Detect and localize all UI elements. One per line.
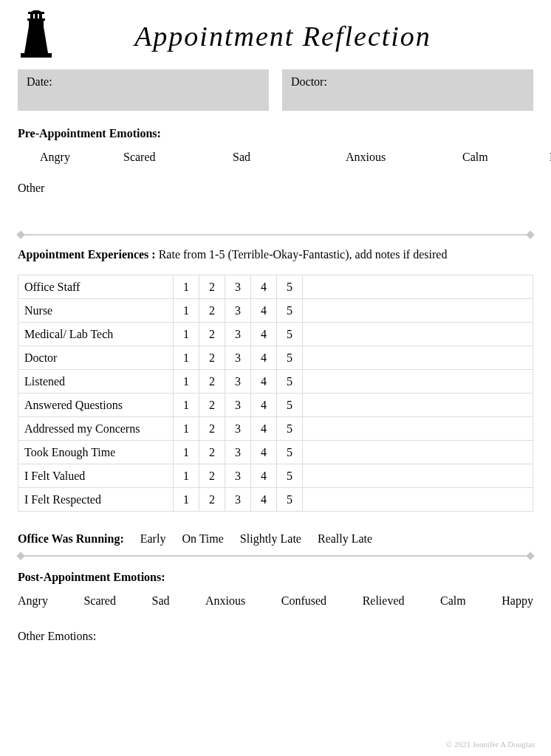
doctor-field[interactable]: Doctor: bbox=[282, 69, 533, 111]
rating-option[interactable]: 4 bbox=[251, 323, 277, 346]
page-title: Appointment Reflection bbox=[62, 20, 533, 52]
rating-option[interactable]: 5 bbox=[277, 275, 303, 299]
rating-option[interactable]: 1 bbox=[174, 464, 199, 488]
notes-cell[interactable] bbox=[303, 323, 533, 346]
notes-cell[interactable] bbox=[303, 370, 533, 394]
rating-option[interactable]: 3 bbox=[225, 275, 251, 299]
notes-cell[interactable] bbox=[303, 441, 533, 464]
emotion-option[interactable]: Relieved bbox=[363, 594, 405, 608]
rating-option[interactable]: 1 bbox=[174, 394, 199, 417]
rating-option[interactable]: 4 bbox=[251, 346, 277, 370]
office-running-option[interactable]: Slightly Late bbox=[240, 532, 301, 546]
rating-option[interactable]: 2 bbox=[199, 464, 225, 488]
rating-option[interactable]: 3 bbox=[225, 417, 251, 441]
experience-label: Doctor bbox=[18, 346, 174, 370]
rating-option[interactable]: 4 bbox=[251, 275, 277, 299]
rating-option[interactable]: 3 bbox=[225, 299, 251, 323]
emotion-option[interactable]: Scared bbox=[83, 594, 116, 608]
rating-option[interactable]: 2 bbox=[199, 323, 225, 346]
notes-cell[interactable] bbox=[303, 346, 533, 370]
svg-marker-8 bbox=[31, 10, 41, 12]
rating-option[interactable]: 2 bbox=[199, 275, 225, 299]
rating-option[interactable]: 4 bbox=[251, 299, 277, 323]
svg-rect-7 bbox=[28, 12, 44, 14]
experience-label: I Felt Valued bbox=[18, 464, 174, 488]
rating-option[interactable]: 1 bbox=[174, 488, 199, 512]
rating-option[interactable]: 2 bbox=[199, 299, 225, 323]
rating-option[interactable]: 1 bbox=[174, 370, 199, 394]
experiences-heading-bold: Appointment Experiences : bbox=[18, 248, 156, 261]
emotion-option[interactable]: Confused bbox=[281, 594, 326, 608]
rating-option[interactable]: 5 bbox=[277, 441, 303, 464]
rating-option[interactable]: 4 bbox=[251, 488, 277, 512]
rating-option[interactable]: 5 bbox=[277, 370, 303, 394]
emotion-option[interactable]: Calm bbox=[462, 151, 544, 164]
rating-option[interactable]: 3 bbox=[225, 394, 251, 417]
experience-label: I Felt Respected bbox=[18, 488, 174, 512]
rating-option[interactable]: 3 bbox=[225, 370, 251, 394]
rating-option[interactable]: 4 bbox=[251, 417, 277, 441]
copyright: © 2021 Jennifer A Douglas bbox=[446, 740, 535, 749]
rating-option[interactable]: 4 bbox=[251, 464, 277, 488]
rating-option[interactable]: 4 bbox=[251, 370, 277, 394]
rating-option[interactable]: 4 bbox=[251, 441, 277, 464]
notes-cell[interactable] bbox=[303, 488, 533, 512]
post-other-label[interactable]: Other Emotions: bbox=[18, 630, 533, 643]
lighthouse-icon bbox=[18, 10, 62, 62]
rating-option[interactable]: 1 bbox=[174, 299, 199, 323]
rating-option[interactable]: 3 bbox=[225, 488, 251, 512]
rating-option[interactable]: 5 bbox=[277, 299, 303, 323]
notes-cell[interactable] bbox=[303, 299, 533, 323]
rating-option[interactable]: 1 bbox=[174, 346, 199, 370]
post-emotions-heading: Post-Appointment Emotions: bbox=[18, 571, 533, 584]
rating-option[interactable]: 1 bbox=[174, 323, 199, 346]
office-running-option[interactable]: Early bbox=[140, 532, 166, 546]
emotion-option[interactable]: Anxious bbox=[346, 151, 456, 164]
emotion-option[interactable]: Anxious bbox=[205, 594, 245, 608]
rating-option[interactable]: 5 bbox=[277, 417, 303, 441]
svg-rect-4 bbox=[30, 13, 33, 19]
rating-option[interactable]: 5 bbox=[277, 488, 303, 512]
emotion-option[interactable]: Sad bbox=[151, 594, 169, 608]
rating-option[interactable]: 2 bbox=[199, 441, 225, 464]
rating-option[interactable]: 3 bbox=[225, 441, 251, 464]
office-running-option[interactable]: Really Late bbox=[318, 532, 372, 546]
office-running-option[interactable]: On Time bbox=[182, 532, 223, 546]
pre-emotions-heading: Pre-Appointment Emotions: bbox=[18, 127, 533, 140]
rating-option[interactable]: 2 bbox=[199, 488, 225, 512]
rating-option[interactable]: 1 bbox=[174, 275, 199, 299]
rating-option[interactable]: 1 bbox=[174, 417, 199, 441]
rating-option[interactable]: 2 bbox=[199, 346, 225, 370]
rating-option[interactable]: 3 bbox=[225, 323, 251, 346]
rating-option[interactable]: 3 bbox=[225, 464, 251, 488]
date-field[interactable]: Date: bbox=[18, 69, 269, 111]
emotion-option[interactable]: Happy bbox=[502, 594, 533, 608]
rating-option[interactable]: 5 bbox=[277, 346, 303, 370]
experience-label: Listened bbox=[18, 370, 174, 394]
rating-option[interactable]: 1 bbox=[174, 441, 199, 464]
pre-other-label[interactable]: Other bbox=[18, 182, 533, 195]
emotion-option[interactable]: Angry bbox=[18, 594, 48, 608]
svg-rect-5 bbox=[35, 13, 38, 19]
notes-cell[interactable] bbox=[303, 394, 533, 417]
emotion-option[interactable]: Calm bbox=[440, 594, 466, 608]
rating-option[interactable]: 2 bbox=[199, 394, 225, 417]
emotion-option[interactable]: Angry bbox=[40, 151, 117, 164]
emotion-option[interactable]: Scared bbox=[123, 151, 227, 164]
rating-option[interactable]: 5 bbox=[277, 464, 303, 488]
emotion-option[interactable]: Sad bbox=[233, 151, 340, 164]
rating-option[interactable]: 4 bbox=[251, 394, 277, 417]
rating-option[interactable]: 5 bbox=[277, 323, 303, 346]
svg-rect-2 bbox=[29, 21, 44, 27]
rating-option[interactable]: 2 bbox=[199, 370, 225, 394]
experience-label: Nurse bbox=[18, 299, 174, 323]
rating-option[interactable]: 5 bbox=[277, 394, 303, 417]
table-row: Addressed my Concerns12345 bbox=[18, 417, 533, 441]
rating-option[interactable]: 3 bbox=[225, 346, 251, 370]
rating-option[interactable]: 2 bbox=[199, 417, 225, 441]
notes-cell[interactable] bbox=[303, 464, 533, 488]
experiences-heading: Appointment Experiences : Rate from 1-5 … bbox=[18, 248, 533, 261]
notes-cell[interactable] bbox=[303, 417, 533, 441]
table-row: Listened12345 bbox=[18, 370, 533, 394]
notes-cell[interactable] bbox=[303, 275, 533, 299]
